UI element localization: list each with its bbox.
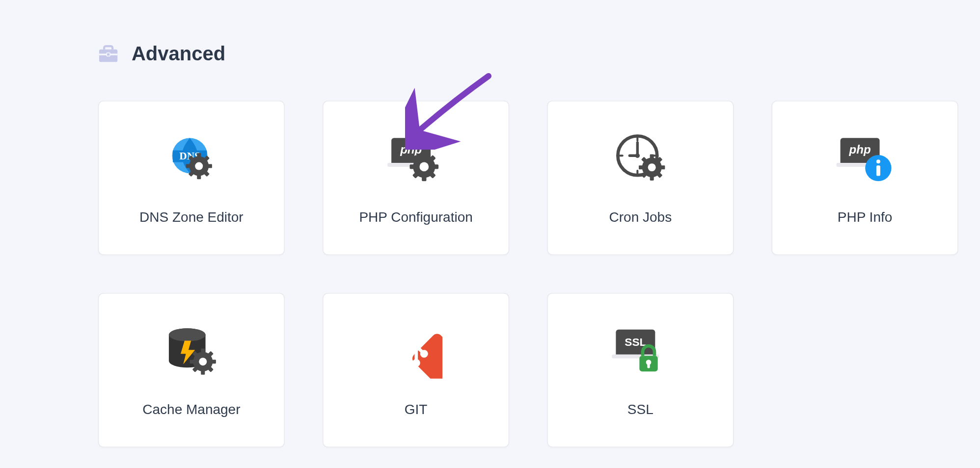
svg-point-74 [412, 359, 420, 367]
svg-rect-63 [211, 359, 216, 363]
card-label: DNS Zone Editor [139, 209, 244, 225]
card-ssl[interactable]: SSL SSL [547, 293, 734, 447]
card-label: Cache Manager [142, 401, 240, 417]
card-label: SSL [627, 401, 653, 417]
svg-text:php: php [399, 143, 421, 156]
svg-text:php: php [848, 143, 871, 156]
svg-point-29 [419, 162, 429, 172]
svg-rect-60 [201, 348, 205, 354]
svg-point-57 [168, 328, 205, 341]
cards-grid: DNS [98, 101, 882, 447]
ssl-icon: SSL [610, 323, 671, 382]
card-label: GIT [405, 401, 428, 417]
svg-rect-23 [409, 164, 415, 169]
php-info-icon: php [835, 131, 895, 190]
card-label: PHP Configuration [359, 209, 472, 225]
card-php-info[interactable]: php PHP Info [772, 101, 958, 255]
svg-rect-10 [186, 164, 191, 168]
svg-rect-42 [659, 165, 665, 169]
card-dns-zone-editor[interactable]: DNS [98, 101, 285, 255]
svg-rect-40 [650, 175, 653, 181]
svg-rect-61 [201, 369, 205, 374]
svg-point-73 [420, 350, 428, 358]
svg-point-16 [195, 162, 203, 170]
toolbox-icon [98, 45, 118, 63]
card-cache-manager[interactable]: Cache Manager [98, 293, 285, 447]
svg-rect-9 [197, 174, 201, 180]
php-config-icon: php [386, 131, 446, 190]
svg-point-47 [648, 163, 655, 171]
svg-rect-11 [207, 164, 212, 168]
svg-rect-21 [421, 153, 426, 158]
cache-manager-icon [162, 323, 221, 382]
card-label: PHP Info [838, 209, 893, 225]
section-header: Advanced [98, 43, 882, 65]
svg-point-72 [412, 342, 420, 350]
section-title: Advanced [132, 43, 225, 65]
git-icon [390, 323, 442, 382]
svg-point-68 [199, 357, 207, 365]
svg-rect-53 [876, 165, 880, 176]
svg-text:SSL: SSL [625, 336, 646, 348]
svg-rect-8 [197, 153, 201, 158]
svg-rect-39 [650, 155, 653, 160]
card-cron-jobs[interactable]: Cron Jobs [547, 101, 734, 255]
svg-point-52 [876, 159, 880, 163]
svg-rect-22 [421, 175, 426, 181]
svg-rect-2 [107, 53, 110, 56]
card-label: Cron Jobs [609, 209, 672, 225]
svg-rect-80 [647, 364, 650, 368]
svg-rect-41 [638, 165, 644, 169]
svg-rect-24 [432, 164, 438, 169]
svg-rect-62 [190, 359, 195, 363]
dns-icon: DNS [162, 131, 221, 190]
card-php-configuration[interactable]: php [323, 101, 509, 255]
card-git[interactable]: GIT [323, 293, 509, 447]
cron-jobs-icon [611, 131, 670, 190]
